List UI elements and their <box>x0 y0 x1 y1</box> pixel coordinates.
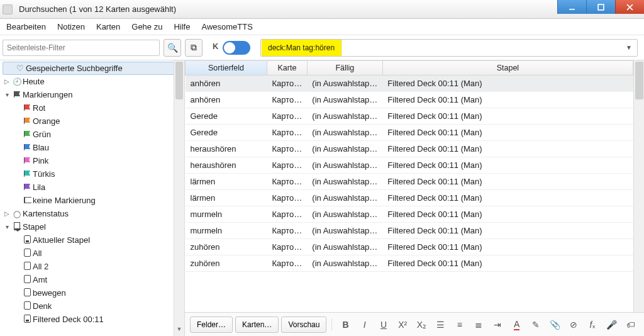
menu-awesometts[interactable]: AwesomeTTS <box>201 22 252 31</box>
column-header-card[interactable]: Karte <box>267 61 308 76</box>
ordered-list-button[interactable]: ≡ <box>452 316 468 333</box>
column-header-due[interactable]: Fällig <box>307 61 382 76</box>
sidebar-deck-item[interactable]: Amt <box>0 273 184 286</box>
sidebar-flag-blau[interactable]: Blau <box>0 141 184 154</box>
cell-sort: anhören <box>186 76 267 92</box>
cell-deck: Filtered Deck 00:11 (Man) <box>382 108 633 125</box>
highlight-button[interactable]: ✎ <box>528 316 544 333</box>
cell-sort: Gerede <box>186 125 267 141</box>
sidebar-flag-lila[interactable]: Lila <box>0 181 184 194</box>
clock-icon <box>11 77 23 86</box>
sidebar-flag-rot[interactable]: Rot <box>0 101 184 115</box>
table-row[interactable]: GeredeКарто…(in Auswahlstap…Filtered Dec… <box>186 125 633 141</box>
sidebar-today[interactable]: ▷Heute <box>0 75 184 88</box>
sidebar-saved-searches[interactable]: ♡Gespeicherte Suchbegriffe <box>3 62 182 75</box>
cell-sort: murmeln <box>186 206 267 223</box>
chevron-down-icon[interactable]: ▼ <box>626 44 632 51</box>
cell-due: (in Auswahlstap… <box>307 174 382 190</box>
window-maximize-button[interactable] <box>586 0 615 14</box>
table-row[interactable]: murmelnКарто…(in Auswahlstap…Filtered De… <box>186 206 633 223</box>
preview-button[interactable]: Vorschau <box>281 316 326 333</box>
eraser-button[interactable]: ⊘ <box>565 316 582 333</box>
menu-edit[interactable]: Bearbeiten <box>6 22 46 31</box>
cell-due: (in Auswahlstap… <box>307 223 382 239</box>
cell-card: Карто… <box>267 141 308 157</box>
bold-button[interactable]: B <box>337 316 353 333</box>
cards-button[interactable]: Karten… <box>235 316 279 333</box>
table-row[interactable]: GeredeКарто…(in Auswahlstap…Filtered Dec… <box>186 108 633 125</box>
search-button[interactable]: 🔍 <box>164 39 181 57</box>
superscript-button[interactable]: X² <box>394 316 411 333</box>
menu-help[interactable]: Hilfe <box>174 22 190 31</box>
deck-icon <box>21 262 33 272</box>
search-field[interactable]: deck:Man tag:hören ▼ <box>260 39 638 57</box>
deck-icon <box>21 249 33 259</box>
text-color-button[interactable]: A <box>508 316 525 333</box>
bold-icon: B <box>342 320 348 330</box>
cell-sort: anhören <box>186 92 267 108</box>
sidebar-decks[interactable]: ▾Stapel <box>0 220 184 233</box>
deck-icon <box>21 301 33 311</box>
scrollbar-thumb[interactable] <box>175 62 183 99</box>
cell-card: Карто… <box>267 108 308 125</box>
fx-button[interactable]: fₓ <box>584 316 601 333</box>
subscript-button[interactable]: X₂ <box>413 316 430 333</box>
table-row[interactable]: zuhörenКарто…(in Auswahlstap…Filtered De… <box>186 255 633 272</box>
column-header-sortfield[interactable]: Sortierfeld <box>186 61 267 76</box>
table-row[interactable]: murmelnКарто…(in Auswahlstap…Filtered De… <box>186 223 633 239</box>
table-row[interactable]: anhörenКарто…(in Auswahlstap…Filtered De… <box>186 76 633 92</box>
sidebar-deck-item[interactable]: All <box>0 247 184 260</box>
attach-button[interactable]: 📎 <box>547 316 563 333</box>
sidebar-deck-item[interactable]: Aktueller Stapel <box>0 233 184 247</box>
sidebar-flag-grün[interactable]: Grün <box>0 128 184 141</box>
cloze-button[interactable]: 🏷 <box>623 316 639 333</box>
sidebar-deck-item[interactable]: All 2 <box>0 260 184 273</box>
sidebar-flag-pink[interactable]: Pink <box>0 154 184 167</box>
table-scrollbar[interactable] <box>633 60 644 312</box>
scrollbar-thumb[interactable] <box>635 62 643 99</box>
sidebar-filter-input[interactable] <box>3 40 160 56</box>
underline-button[interactable]: U <box>375 316 392 333</box>
italic-button[interactable]: I <box>357 316 373 333</box>
sidebar-scrollbar[interactable]: ▲ ▼ <box>174 60 184 336</box>
indent-button[interactable]: ⇥ <box>489 316 506 333</box>
cell-due: (in Auswahlstap… <box>307 157 382 174</box>
table-row[interactable]: anhörenКарто…(in Auswahlstap…Filtered De… <box>186 92 633 108</box>
cell-card: Карто… <box>267 76 308 92</box>
table-row[interactable]: heraushörenКарто…(in Auswahlstap…Filtere… <box>186 157 633 174</box>
table-row[interactable]: zuhörenКарто…(in Auswahlstap…Filtered De… <box>186 239 633 255</box>
menu-cards[interactable]: Karten <box>96 22 120 31</box>
unordered-list-button[interactable]: ☰ <box>433 316 449 333</box>
heart-icon: ♡ <box>14 64 26 73</box>
sidebar-item-label: Amt <box>33 275 47 284</box>
fields-button[interactable]: Felder… <box>190 316 233 333</box>
sidebar-cardstate[interactable]: ▷Kartenstatus <box>0 207 184 220</box>
scroll-down-icon[interactable]: ▼ <box>174 326 184 336</box>
sidebar-flag-orange[interactable]: Orange <box>0 115 184 128</box>
record-button[interactable]: 🎤 <box>604 316 620 333</box>
table-row[interactable]: lärmenКарто…(in Auswahlstap…Filtered Dec… <box>186 190 633 206</box>
table-row[interactable]: lärmenКарто…(in Auswahlstap…Filtered Dec… <box>186 174 633 190</box>
menu-goto[interactable]: Gehe zu <box>131 22 162 31</box>
sidebar-flag-none[interactable]: keine Markierung <box>0 194 184 207</box>
cell-deck: Filtered Deck 00:11 (Man) <box>382 141 633 157</box>
cell-deck: Filtered Deck 00:11 (Man) <box>382 174 633 190</box>
align-button[interactable]: ≣ <box>470 316 487 333</box>
separator <box>331 318 332 331</box>
menu-notes[interactable]: Notizen <box>57 22 85 31</box>
cell-deck: Filtered Deck 00:11 (Man) <box>382 239 633 255</box>
sidebar-deck-item[interactable]: Denk <box>0 300 184 313</box>
sidebar-flags[interactable]: ▾Markierungen <box>0 88 184 101</box>
sidebar-flag-türkis[interactable]: Türkis <box>0 167 184 181</box>
cell-card: Карто… <box>267 92 308 108</box>
window-minimize-button[interactable] <box>557 0 586 14</box>
sidebar-deck-item[interactable]: Filtered Deck 00:11 <box>0 313 184 326</box>
sidebar-deck-item[interactable]: bewegen <box>0 286 184 300</box>
indent-icon: ⇥ <box>494 320 501 330</box>
window-close-button[interactable] <box>615 0 644 14</box>
select-tool-button[interactable]: ⧉ <box>185 39 203 57</box>
cell-sort: heraushören <box>186 157 267 174</box>
cards-notes-toggle[interactable]: K <box>223 41 250 55</box>
table-row[interactable]: heraushörenКарто…(in Auswahlstap…Filtere… <box>186 141 633 157</box>
column-header-deck[interactable]: Stapel <box>382 61 633 76</box>
